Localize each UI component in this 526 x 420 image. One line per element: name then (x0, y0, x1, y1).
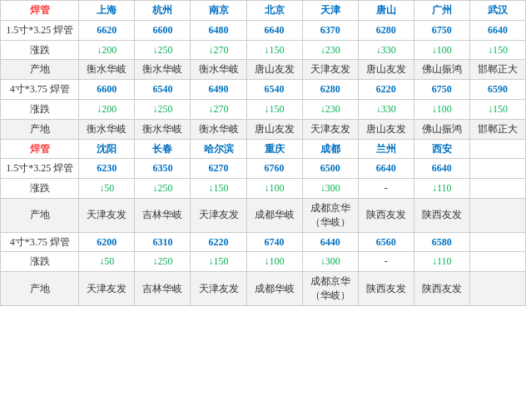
o4-shenyang: 天津友发 (79, 272, 135, 306)
change-label-1: 涨跌 (1, 40, 79, 60)
c1-shanghai: ↓200 (79, 40, 135, 60)
city-beijing: 北京 (246, 1, 302, 21)
c1-guangzhou: ↓100 (414, 40, 469, 60)
c1-nanjing: ↓270 (191, 40, 246, 60)
c4-harbin: ↓150 (191, 252, 246, 272)
o3-harbin: 天津友发 (191, 198, 246, 232)
o1-tianjin: 天津友发 (302, 60, 358, 80)
p4-chongqing: 6740 (246, 232, 302, 252)
c4-chengdu: ↓300 (302, 252, 358, 272)
change-label-4: 涨跌 (1, 252, 79, 272)
c3-empty (469, 179, 525, 199)
change-label-3: 涨跌 (1, 179, 79, 199)
p1-tangshan: 6280 (358, 20, 414, 40)
o3-changchun: 吉林华岐 (135, 198, 191, 232)
header-label-1: 焊管 (1, 1, 79, 21)
header-row-2: 焊管 沈阳 长春 哈尔滨 重庆 成都 兰州 西安 (1, 139, 526, 159)
o1-beijing: 唐山友发 (246, 60, 302, 80)
c3-changchun: ↓250 (135, 179, 191, 199)
city-lanzhou: 兰州 (358, 139, 414, 159)
p3-chengdu: 6500 (302, 159, 358, 179)
c2-tangshan: ↓330 (358, 99, 414, 119)
city-chongqing: 重庆 (246, 139, 302, 159)
city-nanjing: 南京 (191, 1, 246, 21)
c4-empty (469, 252, 525, 272)
change-row-4: 涨跌 ↓50 ↓250 ↓150 ↓100 ↓300 - ↓110 (1, 252, 526, 272)
c3-xian: ↓110 (414, 179, 469, 199)
p1-nanjing: 6480 (191, 20, 246, 40)
city-wuhan: 武汉 (469, 1, 525, 21)
product-row-1: 1.5寸*3.25 焊管 6620 6600 6480 6640 6370 62… (1, 20, 526, 40)
p3-shenyang: 6230 (79, 159, 135, 179)
o2-beijing: 唐山友发 (246, 119, 302, 139)
c1-tangshan: ↓330 (358, 40, 414, 60)
product-label-1: 1.5寸*3.25 焊管 (1, 20, 79, 40)
p3-changchun: 6350 (135, 159, 191, 179)
o4-chengdu: 成都京华（华岐） (302, 272, 358, 306)
o2-guangzhou: 佛山振鸿 (414, 119, 469, 139)
o2-tianjin: 天津友发 (302, 119, 358, 139)
c3-shenyang: ↓50 (79, 179, 135, 199)
change-label-2: 涨跌 (1, 99, 79, 119)
product-row-4: 4寸*3.75 焊管 6200 6310 6220 6740 6440 6560… (1, 232, 526, 252)
o1-guangzhou: 佛山振鸿 (414, 60, 469, 80)
c2-beijing: ↓150 (246, 99, 302, 119)
p1-shanghai: 6620 (79, 20, 135, 40)
origin-label-3: 产地 (1, 198, 79, 232)
p3-chongqing: 6760 (246, 159, 302, 179)
c4-lanzhou: - (358, 252, 414, 272)
o4-chongqing: 成都华岐 (246, 272, 302, 306)
p2-beijing: 6540 (246, 80, 302, 100)
c3-chengdu: ↓300 (302, 179, 358, 199)
p2-tianjin: 6280 (302, 80, 358, 100)
p1-beijing: 6640 (246, 20, 302, 40)
o2-shanghai: 衡水华岐 (79, 119, 135, 139)
p1-tianjin: 6370 (302, 20, 358, 40)
city-guangzhou: 广州 (414, 1, 469, 21)
city-tangshan: 唐山 (358, 1, 414, 21)
c2-hangzhou: ↓250 (135, 99, 191, 119)
city-empty (469, 139, 525, 159)
o4-harbin: 天津友发 (191, 272, 246, 306)
city-shanghai: 上海 (79, 1, 135, 21)
city-harbin: 哈尔滨 (191, 139, 246, 159)
o3-lanzhou: 陕西友发 (358, 198, 414, 232)
p1-hangzhou: 6600 (135, 20, 191, 40)
p4-xian: 6580 (414, 232, 469, 252)
p1-wuhan: 6640 (469, 20, 525, 40)
p2-wuhan: 6590 (469, 80, 525, 100)
c4-shenyang: ↓50 (79, 252, 135, 272)
o3-empty (469, 198, 525, 232)
c4-changchun: ↓250 (135, 252, 191, 272)
o2-hangzhou: 衡水华岐 (135, 119, 191, 139)
origin-row-2: 产地 衡水华岐 衡水华岐 衡水华岐 唐山友发 天津友发 唐山友发 佛山振鸿 邯郸… (1, 119, 526, 139)
c1-hangzhou: ↓250 (135, 40, 191, 60)
p4-shenyang: 6200 (79, 232, 135, 252)
change-row-3: 涨跌 ↓50 ↓250 ↓150 ↓100 ↓300 - ↓110 (1, 179, 526, 199)
p1-guangzhou: 6750 (414, 20, 469, 40)
header-row-1: 焊管 上海 杭州 南京 北京 天津 唐山 广州 武汉 (1, 1, 526, 21)
c1-beijing: ↓150 (246, 40, 302, 60)
o2-tangshan: 唐山友发 (358, 119, 414, 139)
o3-chengdu: 成都京华（华岐） (302, 198, 358, 232)
p4-harbin: 6220 (191, 232, 246, 252)
origin-row-1: 产地 衡水华岐 衡水华岐 衡水华岐 唐山友发 天津友发 唐山友发 佛山振鸿 邯郸… (1, 60, 526, 80)
o2-nanjing: 衡水华岐 (191, 119, 246, 139)
city-chengdu: 成都 (302, 139, 358, 159)
city-shenyang: 沈阳 (79, 139, 135, 159)
city-tianjin: 天津 (302, 1, 358, 21)
c4-xian: ↓110 (414, 252, 469, 272)
city-changchun: 长春 (135, 139, 191, 159)
c2-wuhan: ↓150 (469, 99, 525, 119)
p2-tangshan: 6220 (358, 80, 414, 100)
product-row-2: 4寸*3.75 焊管 6600 6540 6490 6540 6280 6220… (1, 80, 526, 100)
p4-empty (469, 232, 525, 252)
origin-label-2: 产地 (1, 119, 79, 139)
change-row-1: 涨跌 ↓200 ↓250 ↓270 ↓150 ↓230 ↓330 ↓100 ↓1… (1, 40, 526, 60)
o4-xian: 陕西友发 (414, 272, 469, 306)
p4-chengdu: 6440 (302, 232, 358, 252)
product-label-4: 4寸*3.75 焊管 (1, 232, 79, 252)
o3-shenyang: 天津友发 (79, 198, 135, 232)
product-label-2: 4寸*3.75 焊管 (1, 80, 79, 100)
o4-changchun: 吉林华岐 (135, 272, 191, 306)
